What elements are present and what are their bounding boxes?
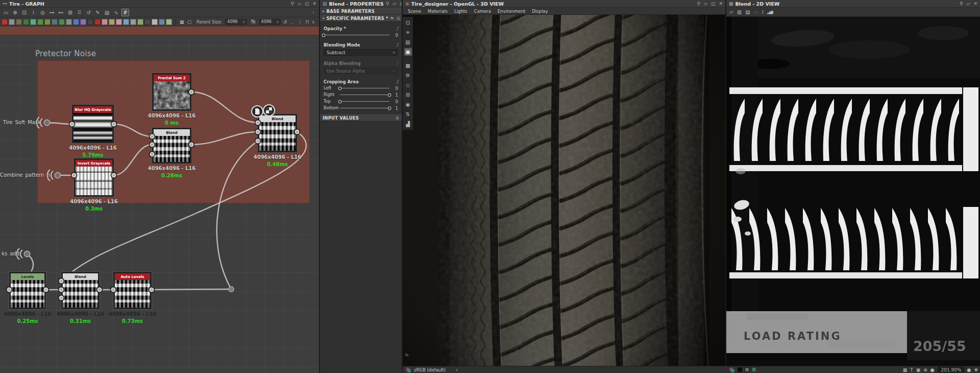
node-port[interactable] (59, 279, 64, 284)
fit-view-icon[interactable]: ▣ (916, 367, 921, 372)
node-graph-canvas[interactable]: Pretector Noise Tire_Soft_Mask Combine_p… (0, 27, 319, 373)
graph-node-blur[interactable]: Blur HQ Grayscale (72, 105, 114, 143)
layout-icon[interactable]: ▤ (103, 9, 111, 16)
menu-environment[interactable]: Environment (498, 9, 525, 14)
size-link-toggle[interactable]: % (250, 19, 257, 25)
grid-icon[interactable]: ▦ (903, 367, 908, 372)
info-icon[interactable]: i (762, 9, 764, 15)
frame-icon[interactable]: ▢ (186, 18, 193, 26)
node-shortcut-swatch[interactable] (152, 19, 158, 25)
node-shortcut-swatch[interactable] (123, 19, 129, 25)
crop-slider[interactable] (340, 95, 389, 95)
float-icon[interactable]: ▱ (298, 2, 301, 6)
view3d-viewport[interactable]: ⊡☀▧▣▩⚙◇⊞◉⇅▟ Ta (403, 15, 726, 366)
node-shortcut-swatch[interactable] (137, 19, 143, 25)
node-link-icon[interactable]: ⊷ (57, 9, 65, 16)
menu-scene[interactable]: Scene (408, 9, 421, 14)
function-icon[interactable]: ƒ (397, 42, 398, 47)
node-port[interactable] (7, 288, 12, 292)
edit-icon[interactable]: ✎ (94, 9, 102, 16)
comment-icon[interactable]: ▦ (179, 18, 185, 26)
node-port[interactable] (256, 130, 260, 134)
node-shortcut-swatch[interactable] (87, 19, 93, 25)
node-shortcut-swatch[interactable] (94, 19, 101, 25)
pause-icon[interactable]: ‥ (289, 18, 296, 26)
background-black-swatch[interactable] (738, 367, 742, 372)
node-shortcut-swatch[interactable] (130, 19, 136, 25)
toolbar-overflow-icon[interactable]: ∨ (311, 19, 317, 25)
background-gray-swatch[interactable] (745, 367, 749, 372)
menu-camera[interactable]: Camera (474, 9, 491, 14)
camera-icon[interactable]: ⊡ (20, 9, 28, 16)
menu-lights[interactable]: Lights (454, 9, 468, 14)
input-connector-dot-cracks_add[interactable] (24, 251, 31, 258)
copy-icon[interactable]: ▱ (729, 9, 733, 15)
uv-grid-icon[interactable]: ⊞ (404, 91, 412, 99)
crop-slider[interactable] (340, 88, 389, 88)
geometry-icon[interactable]: ◇ (404, 81, 412, 89)
rotate-view-icon[interactable]: ↺ (85, 9, 92, 16)
node-port[interactable] (295, 130, 300, 134)
uv-overlay-icon[interactable]: ▭ (754, 9, 758, 15)
node-port[interactable] (112, 122, 116, 127)
parent-size-height-select[interactable]: 4096∨ (259, 19, 281, 25)
menu-icon[interactable]: ☰ (397, 16, 400, 21)
node-shortcut-swatch[interactable] (102, 19, 108, 25)
node-shortcut-swatch[interactable] (23, 19, 29, 25)
thumbnail-badge[interactable] (251, 105, 263, 118)
view2d-viewport[interactable]: LOAD RATING 205/55 4096 x 4096 (Grayscal… (726, 17, 980, 360)
toolbar-overflow-icon[interactable]: › (312, 10, 317, 15)
info-icon[interactable]: i (30, 9, 37, 16)
wire-junction-dot[interactable] (228, 286, 234, 292)
node-shortcut-swatch[interactable] (116, 19, 122, 25)
node-shortcut-swatch[interactable] (16, 19, 22, 25)
node-port[interactable] (150, 143, 155, 147)
camera-icon[interactable]: ⊡ (404, 19, 412, 27)
opacity-slider[interactable] (324, 35, 389, 35)
menu-materials[interactable]: Materials (428, 9, 448, 14)
channels-icon[interactable] (729, 367, 735, 372)
node-shortcut-swatch[interactable] (159, 19, 165, 25)
node-port[interactable] (150, 288, 154, 292)
graph-node-levels[interactable]: Levels (9, 272, 46, 309)
node-shortcut-swatch[interactable] (9, 19, 15, 25)
node-shortcut-swatch[interactable] (2, 19, 8, 25)
menu-display[interactable]: Display (532, 9, 548, 14)
graph-node-auto_levels[interactable]: Auto Levels (113, 272, 152, 309)
reset-size-icon[interactable]: ↺ (282, 18, 288, 26)
float-icon[interactable]: ▱ (393, 2, 396, 6)
node-port[interactable] (111, 288, 116, 292)
node-shortcut-swatch[interactable] (37, 19, 43, 25)
node-shortcut-swatch[interactable] (44, 19, 51, 25)
node-port[interactable] (189, 143, 194, 147)
stats-icon[interactable]: ▟ (404, 120, 412, 128)
node-port[interactable] (150, 134, 155, 139)
gear-icon[interactable]: ⚙ (396, 116, 399, 121)
node-port[interactable] (59, 296, 64, 300)
node-port[interactable] (112, 173, 116, 178)
input-connector-dot-combine_pattern_mask[interactable] (55, 172, 61, 179)
graph-node-blend_mid[interactable]: Blend (152, 128, 191, 164)
grid-display-icon[interactable]: # (121, 9, 129, 16)
tiling-icon[interactable]: T (910, 367, 913, 372)
paste-icon[interactable]: ▤ (745, 9, 750, 15)
pin-icon[interactable]: ⚲ (960, 2, 963, 6)
move-icon[interactable]: ⊕ (11, 9, 19, 16)
alpha-checker-badge[interactable] (263, 104, 275, 116)
pan-hand-icon[interactable]: ❋ (974, 367, 978, 372)
crop-slider[interactable] (340, 101, 389, 102)
node-port[interactable] (70, 122, 75, 127)
maximize-icon[interactable]: ◱ (711, 2, 716, 6)
pattern-icon[interactable]: ▩ (404, 62, 412, 69)
specific-parameters-header[interactable]: ▾ SPECIFIC PARAMETERS * ⚑ ☰ (320, 15, 402, 22)
center-view-icon[interactable]: ⊕ (923, 367, 927, 372)
histogram-icon[interactable]: ▂▅▇ (767, 10, 773, 14)
environment-icon[interactable]: ▧ (404, 38, 412, 46)
grid-snap-icon[interactable]: ⊞ (66, 9, 74, 16)
save-icon[interactable]: ▥ (737, 9, 742, 15)
node-port[interactable] (256, 121, 260, 125)
link-cut-icon[interactable]: ⊶ (48, 9, 56, 16)
node-shortcut-swatch[interactable] (73, 19, 79, 25)
flag-icon[interactable]: ⚑ (390, 16, 394, 21)
dots-icon[interactable]: ⠿ (76, 9, 83, 16)
